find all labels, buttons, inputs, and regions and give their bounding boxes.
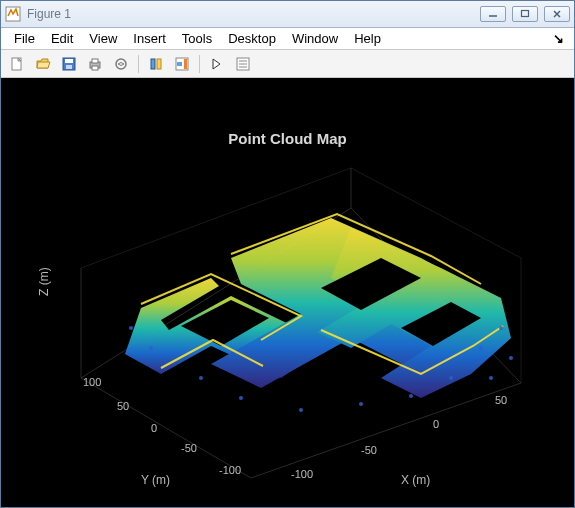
svg-point-38 xyxy=(509,356,513,360)
menu-help[interactable]: Help xyxy=(347,29,388,48)
edit-plot-button[interactable] xyxy=(205,53,229,75)
colorbar-button[interactable] xyxy=(170,53,194,75)
svg-rect-17 xyxy=(177,62,182,66)
separator xyxy=(199,55,200,73)
svg-point-36 xyxy=(129,326,133,330)
close-button[interactable] xyxy=(544,6,570,22)
app-icon xyxy=(5,6,21,22)
svg-point-30 xyxy=(359,402,363,406)
y-tick: -100 xyxy=(219,464,241,476)
y-tick: 100 xyxy=(83,376,101,388)
toolbar xyxy=(1,50,574,78)
svg-point-37 xyxy=(489,376,493,380)
svg-point-12 xyxy=(116,59,126,69)
menu-desktop[interactable]: Desktop xyxy=(221,29,283,48)
svg-point-33 xyxy=(149,346,153,350)
x-axis-label: X (m) xyxy=(401,473,430,487)
svg-rect-13 xyxy=(151,59,155,69)
svg-rect-2 xyxy=(522,11,529,17)
point-cloud xyxy=(125,218,511,398)
data-cursor-button[interactable] xyxy=(144,53,168,75)
dock-button[interactable]: ↘ xyxy=(549,31,568,46)
x-tick: -100 xyxy=(291,468,313,480)
titlebar: Figure 1 xyxy=(1,1,574,28)
window-title: Figure 1 xyxy=(27,7,480,21)
svg-point-31 xyxy=(409,394,413,398)
menu-file[interactable]: File xyxy=(7,29,42,48)
window-controls xyxy=(480,6,570,22)
menu-window[interactable]: Window xyxy=(285,29,345,48)
link-button[interactable] xyxy=(109,53,133,75)
y-axis-label: Y (m) xyxy=(141,473,170,487)
new-figure-button[interactable] xyxy=(5,53,29,75)
y-tick: -50 xyxy=(181,442,197,454)
menu-edit[interactable]: Edit xyxy=(44,29,80,48)
menu-insert[interactable]: Insert xyxy=(126,29,173,48)
svg-rect-11 xyxy=(92,66,98,70)
menu-view[interactable]: View xyxy=(82,29,124,48)
svg-point-32 xyxy=(449,376,453,380)
save-button[interactable] xyxy=(57,53,81,75)
x-tick: 50 xyxy=(495,394,507,406)
svg-rect-8 xyxy=(66,65,72,69)
print-button[interactable] xyxy=(83,53,107,75)
svg-point-35 xyxy=(499,326,503,330)
maximize-button[interactable] xyxy=(512,6,538,22)
y-tick: 0 xyxy=(151,422,157,434)
z-axis-label: Z (m) xyxy=(37,267,51,296)
menubar: File Edit View Insert Tools Desktop Wind… xyxy=(1,28,574,50)
svg-point-34 xyxy=(479,346,483,350)
separator xyxy=(138,55,139,73)
svg-rect-14 xyxy=(157,59,161,69)
x-tick: 0 xyxy=(433,418,439,430)
svg-point-28 xyxy=(239,396,243,400)
svg-point-27 xyxy=(199,376,203,380)
y-tick: 50 xyxy=(117,400,129,412)
x-tick: -50 xyxy=(361,444,377,456)
svg-rect-10 xyxy=(92,59,98,63)
svg-point-29 xyxy=(299,408,303,412)
open-button[interactable] xyxy=(31,53,55,75)
menu-tools[interactable]: Tools xyxy=(175,29,219,48)
svg-rect-7 xyxy=(65,59,73,63)
minimize-button[interactable] xyxy=(480,6,506,22)
svg-rect-16 xyxy=(184,59,187,69)
plot-3d xyxy=(1,78,574,507)
insert-legend-button[interactable] xyxy=(231,53,255,75)
figure-canvas[interactable]: Point Cloud Map xyxy=(1,78,574,507)
